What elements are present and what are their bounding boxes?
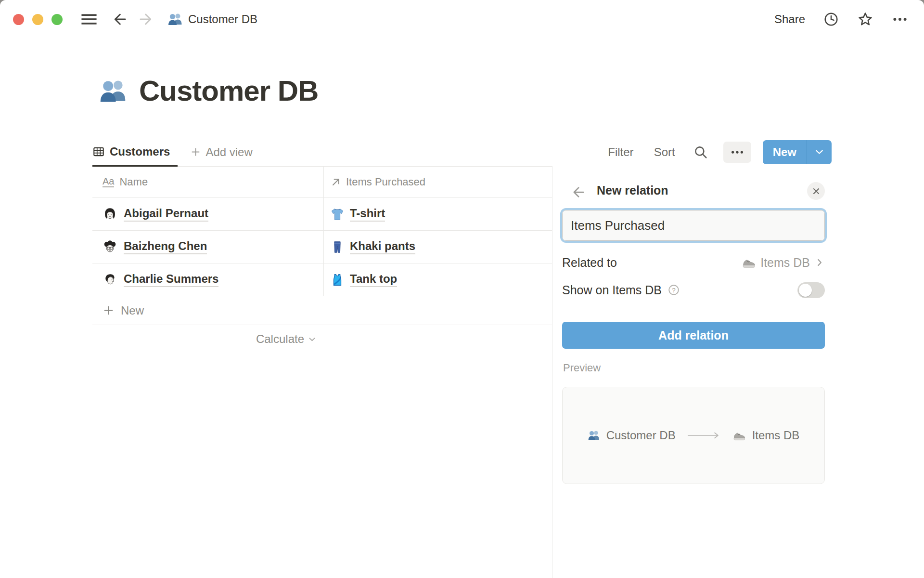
avatar-baizheng-icon [103, 240, 117, 254]
new-relation-panel: New relation Related to Items DB Show on… [552, 166, 924, 578]
new-button[interactable]: New [763, 140, 807, 164]
page-title[interactable]: Customer DB [139, 75, 318, 107]
ellipsis-icon [730, 145, 744, 159]
new-split-button: New [763, 140, 832, 164]
avatar-charlie-icon [103, 273, 117, 287]
show-on-row: Show on Items DB [562, 279, 825, 301]
long-arrow-icon [687, 432, 721, 439]
view-toolbar: Customers Add view Filter Sort New [92, 138, 851, 167]
ellipsis-icon [892, 11, 908, 27]
tanktop-icon [330, 273, 345, 287]
jeans-icon [330, 240, 345, 254]
minimize-window-button[interactable] [32, 14, 43, 25]
add-relation-button[interactable]: Add relation [562, 322, 825, 349]
titlebar-actions: Share [774, 11, 908, 27]
window-controls [13, 14, 63, 25]
relation-arrow-icon [330, 176, 342, 188]
help-button[interactable] [667, 284, 680, 296]
name-cell[interactable]: Abigail Pernaut [92, 198, 323, 230]
table-row: Abigail Pernaut T-shirt [92, 198, 552, 231]
table-row: Charlie Summers Tank top [92, 263, 552, 296]
text-type-icon: Aa [103, 176, 114, 187]
question-icon [667, 284, 680, 296]
hamburger-icon [81, 11, 97, 27]
related-to-label: Related to [562, 256, 617, 270]
show-on-label: Show on Items DB [562, 283, 662, 297]
add-view-button[interactable]: Add view [190, 145, 252, 159]
more-menu-button[interactable] [892, 11, 908, 27]
zoom-window-button[interactable] [51, 14, 63, 25]
related-to-select[interactable]: Items DB [742, 255, 825, 270]
favorite-button[interactable] [857, 11, 873, 27]
table-view-icon [92, 145, 105, 158]
breadcrumb[interactable]: Customer DB [167, 12, 257, 27]
chevron-down-icon [814, 146, 825, 158]
panel-title: New relation [597, 184, 668, 197]
calculate-button[interactable]: Calculate [256, 332, 323, 346]
arrow-left-icon [571, 185, 585, 199]
close-icon [811, 186, 821, 197]
search-button[interactable] [693, 145, 708, 159]
chevron-down-icon [308, 335, 317, 344]
arrow-left-icon [112, 12, 127, 27]
panel-back-button[interactable] [571, 185, 585, 199]
toggle-knob [799, 284, 812, 297]
view-actions: Filter Sort New [608, 140, 851, 164]
breadcrumb-title: Customer DB [188, 13, 257, 26]
show-on-toggle[interactable] [797, 282, 825, 298]
tshirt-icon [330, 207, 345, 222]
star-icon [857, 11, 873, 27]
share-button[interactable]: Share [774, 13, 805, 26]
database-table: Aa Name Items Purchased Abigail Pernaut … [92, 166, 552, 353]
sneaker-icon [742, 255, 756, 270]
new-row-button[interactable]: New [92, 296, 552, 325]
back-button[interactable] [112, 12, 127, 27]
arrow-right-icon [139, 12, 154, 27]
preview-label: Preview [563, 362, 601, 374]
items-purchased-cell[interactable]: Khaki pants [323, 231, 552, 263]
filter-button[interactable]: Filter [608, 145, 633, 159]
titlebar: Customer DB Share [0, 0, 924, 39]
forward-button[interactable] [139, 12, 154, 27]
page-header: Customer DB [99, 75, 318, 107]
table-header-row: Aa Name Items Purchased [92, 166, 552, 198]
close-window-button[interactable] [13, 14, 24, 25]
sidebar-toggle-button[interactable] [81, 11, 97, 27]
sort-button[interactable]: Sort [654, 145, 675, 159]
preview-target-name: Items DB [752, 429, 800, 442]
column-header-items-purchased[interactable]: Items Purchased [323, 166, 552, 197]
related-to-row: Related to Items DB [562, 252, 825, 273]
new-dropdown-button[interactable] [807, 140, 832, 164]
people-icon [588, 429, 600, 442]
tab-customers[interactable]: Customers [92, 138, 178, 167]
panel-close-button[interactable] [807, 182, 825, 200]
people-icon [167, 12, 183, 27]
items-purchased-cell[interactable]: Tank top [323, 263, 552, 296]
column-header-name[interactable]: Aa Name [92, 166, 323, 197]
calculate-row: Calculate [92, 325, 323, 353]
clock-icon [823, 12, 839, 27]
sneaker-icon [732, 429, 746, 442]
items-purchased-cell[interactable]: T-shirt [323, 198, 552, 230]
name-cell[interactable]: Baizheng Chen [92, 231, 323, 263]
relation-preview-box: Customer DB Items DB [562, 387, 825, 484]
view-options-button[interactable] [723, 142, 751, 163]
updates-button[interactable] [823, 12, 839, 27]
search-icon [693, 145, 708, 159]
name-cell[interactable]: Charlie Summers [92, 263, 323, 296]
relation-name-input[interactable] [562, 210, 825, 241]
plus-icon [103, 304, 115, 316]
preview-source-name: Customer DB [606, 429, 676, 442]
notion-window: Customer DB Share Customer DB Customers [0, 0, 924, 578]
people-icon[interactable] [99, 77, 128, 105]
plus-icon [190, 146, 201, 158]
avatar-abigail-icon [103, 207, 117, 221]
table-row: Baizheng Chen Khaki pants [92, 231, 552, 263]
chevron-right-icon [814, 257, 825, 268]
